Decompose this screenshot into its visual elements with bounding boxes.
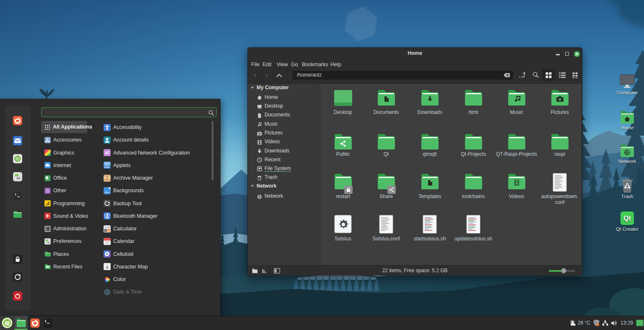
svg-text:Qt: Qt <box>623 215 631 222</box>
svg-text:á: á <box>106 264 108 269</box>
